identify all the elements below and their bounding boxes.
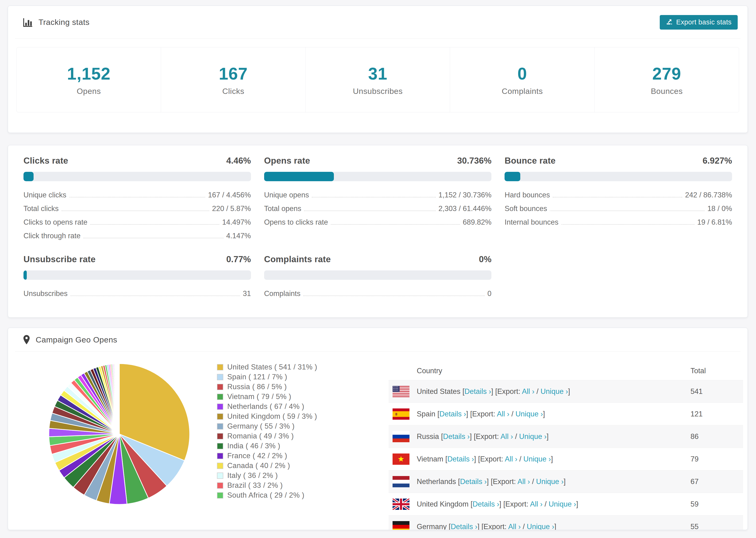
geo-row-country-cell: Spain [Details ›] [Export: All › / Uniqu… [417, 410, 545, 418]
details-link[interactable]: Details › [464, 387, 491, 396]
legend-label: United Kingdom ( 59 / 3% ) [227, 412, 317, 421]
rate-row-unsubscribes: Unsubscribes31 [24, 287, 251, 300]
flag-nl [393, 476, 409, 487]
rate-rows: Unsubscribes31 [24, 287, 251, 300]
geo-row-country-cell: United States [Details ›] [Export: All ›… [417, 387, 570, 396]
dotted-leader [304, 211, 436, 211]
rate-progress-fill [24, 270, 27, 280]
rate-panel-head: Unsubscribe rate0.77% [24, 254, 251, 264]
geo-table-header-total: Total [690, 367, 706, 375]
rate-row-value: 167 / 4.456% [208, 191, 251, 199]
export-unique-link[interactable]: Unique › [515, 410, 543, 418]
export-button-label: Export basic stats [676, 18, 731, 26]
export-all-link[interactable]: All › [517, 477, 530, 486]
rate-row-hard-bounces: Hard bounces242 / 86.738% [505, 188, 732, 202]
legend-item-vietnam: Vietnam ( 79 / 5% ) [217, 392, 317, 402]
geo-row-russia: Russia [Details ›] [Export: All › / Uniq… [389, 425, 743, 448]
export-unique-link[interactable]: Unique › [519, 432, 547, 441]
bracket-export-label: ] [Export: [499, 500, 530, 508]
details-link[interactable]: Details › [440, 410, 466, 418]
legend-label: Italy ( 36 / 2% ) [227, 471, 278, 480]
details-link[interactable]: Details › [451, 522, 477, 530]
legend-item-romania: Romania ( 49 / 3% ) [217, 431, 317, 441]
legend-swatch [217, 433, 223, 439]
legend-item-germany: Germany ( 55 / 3% ) [217, 421, 317, 431]
details-link[interactable]: Details › [443, 432, 470, 441]
flag-es [393, 408, 409, 420]
rate-panel-value: 0% [479, 254, 491, 264]
map-pin-icon [23, 335, 30, 345]
rate-row-soft-bounces: Soft bounces18 / 0% [505, 202, 732, 215]
export-basic-stats-button[interactable]: Export basic stats [660, 15, 738, 29]
dotted-leader [62, 211, 209, 211]
pie-slice[interactable] [119, 364, 119, 434]
geo-row-netherlands: Netherlands [Details ›] [Export: All › /… [389, 470, 743, 493]
export-all-link[interactable]: All › [530, 500, 542, 508]
summary-value: 31 [368, 64, 387, 83]
summary-value: 0 [517, 64, 527, 83]
rate-row-value: 1,152 / 30.736% [439, 191, 492, 199]
flag-ru [393, 431, 409, 442]
export-all-link[interactable]: All › [505, 455, 517, 463]
bracket: [ [439, 432, 443, 441]
campaign-geo-opens-card: Campaign Geo Opens United States ( 541 /… [8, 328, 748, 530]
export-all-link[interactable]: All › [501, 432, 513, 441]
rate-panel-unsubscribe-rate: Unsubscribe rate0.77%Unsubscribes31 [24, 254, 251, 300]
rate-row-complaints: Complaints0 [264, 287, 492, 300]
flag-gb [393, 499, 409, 510]
export-all-link[interactable]: All › [508, 522, 520, 530]
geo-table: Country Total United States [Details ›] … [389, 362, 743, 530]
dotted-leader [83, 238, 224, 238]
legend-label: Netherlands ( 67 / 4% ) [227, 402, 304, 411]
tracking-stats-title-text: Tracking stats [38, 18, 89, 27]
rate-panel-title: Unsubscribe rate [24, 254, 95, 264]
bracket: [ [469, 500, 473, 508]
legend-label: Brazil ( 33 / 2% ) [227, 481, 283, 490]
export-unique-link[interactable]: Unique › [523, 455, 551, 463]
rate-panel-title: Clicks rate [24, 156, 68, 166]
bracket-export-label: ] [Export: [470, 432, 501, 441]
rate-row-label: Internal bounces [505, 218, 558, 227]
export-unique-link[interactable]: Unique › [540, 387, 568, 396]
rate-row-total-clicks: Total clicks220 / 5.87% [24, 202, 251, 215]
geo-title-text: Campaign Geo Opens [36, 335, 117, 344]
geo-row-total: 67 [690, 477, 698, 486]
legend-item-spain: Spain ( 121 / 7% ) [217, 372, 317, 382]
bracket-export-label: ] [Export: [474, 455, 505, 463]
legend-label: Germany ( 55 / 3% ) [227, 422, 295, 430]
country-name: Vietnam [417, 455, 443, 463]
export-all-link[interactable]: All › [497, 410, 509, 418]
rate-panel-value: 0.77% [226, 254, 251, 264]
legend-label: United States ( 541 / 31% ) [227, 363, 317, 371]
geo-row-country-cell: Germany [Details ›] [Export: All › / Uni… [417, 522, 556, 530]
rate-row-value: 4.147% [226, 232, 251, 240]
rate-progress-track [24, 270, 251, 280]
export-all-link[interactable]: All › [522, 387, 534, 396]
rate-row-unique-clicks: Unique clicks167 / 4.456% [24, 188, 251, 202]
country-name: United Kingdom [417, 500, 469, 508]
details-link[interactable]: Details › [447, 455, 474, 463]
geo-row-germany: Germany [Details ›] [Export: All › / Uni… [389, 515, 743, 530]
legend-swatch [217, 482, 223, 489]
tracking-stats-card: Tracking stats Export basic stats 1,152O… [8, 6, 748, 133]
details-link[interactable]: Details › [473, 500, 499, 508]
summary-label: Clicks [222, 86, 244, 96]
legend-item-south-africa: South Africa ( 29 / 2% ) [217, 490, 317, 500]
legend-item-brazil: Brazil ( 33 / 2% ) [217, 480, 317, 490]
legend-item-india: India ( 46 / 3% ) [217, 441, 317, 451]
details-link[interactable]: Details › [460, 477, 487, 486]
export-unique-link[interactable]: Unique › [527, 522, 554, 530]
rate-progress-track [264, 172, 492, 181]
rate-row-label: Clicks to opens rate [24, 218, 87, 227]
legend-label: Romania ( 49 / 3% ) [227, 432, 294, 440]
legend-swatch [217, 364, 223, 370]
export-unique-link[interactable]: Unique › [536, 477, 564, 486]
summary-box-clicks: 167Clicks [161, 47, 305, 112]
bar-chart-icon [23, 17, 33, 28]
export-unique-link[interactable]: Unique › [549, 500, 576, 508]
country-name: Germany [417, 522, 447, 530]
rate-panel-clicks-rate: Clicks rate4.46%Unique clicks167 / 4.456… [24, 156, 251, 243]
rate-row-internal-bounces: Internal bounces19 / 6.81% [505, 215, 732, 229]
tracking-stats-header: Tracking stats Export basic stats [15, 6, 740, 39]
geo-pie-chart[interactable] [47, 362, 191, 506]
